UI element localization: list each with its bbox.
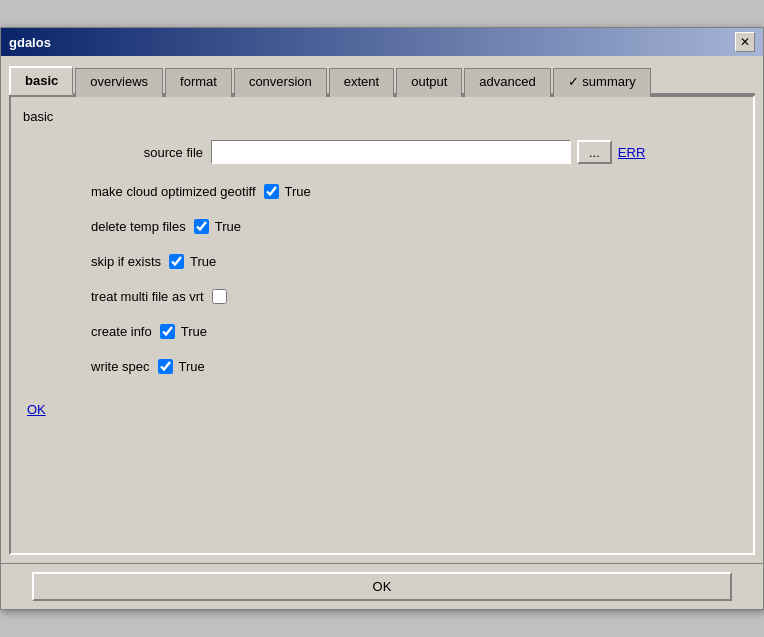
title-bar: gdalos ✕ — [1, 28, 763, 56]
source-file-input[interactable] — [211, 140, 571, 164]
tab-overviews[interactable]: overviews — [75, 68, 163, 97]
multi-file-label: treat multi file as vrt — [91, 289, 204, 304]
tab-conversion[interactable]: conversion — [234, 68, 327, 97]
ok-link[interactable]: OK — [27, 402, 46, 417]
create-info-value: True — [181, 324, 207, 339]
cloud-optimized-value: True — [285, 184, 311, 199]
bottom-bar: OK — [1, 563, 763, 609]
skip-exists-checkbox[interactable] — [169, 254, 184, 269]
tab-basic[interactable]: basic — [9, 66, 73, 95]
content-panel: basic source file ... ERR make cloud opt… — [9, 95, 755, 555]
browse-button[interactable]: ... — [577, 140, 612, 164]
tab-format[interactable]: format — [165, 68, 232, 97]
window-title: gdalos — [9, 35, 51, 50]
tab-summary[interactable]: ✓ summary — [553, 68, 651, 97]
delete-temp-row: delete temp files True — [23, 219, 741, 234]
close-button[interactable]: ✕ — [735, 32, 755, 52]
tab-extent[interactable]: extent — [329, 68, 394, 97]
panel-title: basic — [23, 109, 741, 124]
source-file-row: source file ... ERR — [23, 140, 741, 164]
skip-exists-label: skip if exists — [91, 254, 161, 269]
multi-file-row: treat multi file as vrt — [23, 289, 741, 304]
window-body: basic overviews format conversion extent… — [1, 56, 763, 563]
create-info-checkbox[interactable] — [160, 324, 175, 339]
ok-button[interactable]: OK — [32, 572, 732, 601]
skip-exists-value: True — [190, 254, 216, 269]
tab-advanced[interactable]: advanced — [464, 68, 550, 97]
delete-temp-value: True — [215, 219, 241, 234]
cloud-optimized-checkbox[interactable] — [264, 184, 279, 199]
delete-temp-checkbox[interactable] — [194, 219, 209, 234]
write-spec-row: write spec True — [23, 359, 741, 374]
source-file-label: source file — [23, 145, 203, 160]
cloud-optimized-row: make cloud optimized geotiff True — [23, 184, 741, 199]
create-info-label: create info — [91, 324, 152, 339]
multi-file-checkbox[interactable] — [212, 289, 227, 304]
skip-exists-row: skip if exists True — [23, 254, 741, 269]
tab-bar: basic overviews format conversion extent… — [9, 64, 755, 95]
delete-temp-label: delete temp files — [91, 219, 186, 234]
write-spec-checkbox[interactable] — [158, 359, 173, 374]
create-info-row: create info True — [23, 324, 741, 339]
write-spec-label: write spec — [91, 359, 150, 374]
main-window: gdalos ✕ basic overviews format conversi… — [0, 27, 764, 610]
cloud-optimized-label: make cloud optimized geotiff — [91, 184, 256, 199]
tab-output[interactable]: output — [396, 68, 462, 97]
err-link[interactable]: ERR — [618, 145, 645, 160]
write-spec-value: True — [179, 359, 205, 374]
